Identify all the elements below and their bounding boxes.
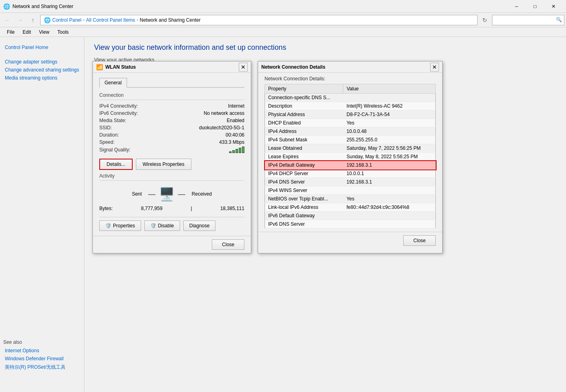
details-value-cell: 10.0.0.1 [343, 169, 436, 178]
duration-label: Duration: [99, 132, 148, 138]
details-property-cell: Description [265, 102, 343, 110]
details-button[interactable]: Details... [99, 159, 133, 170]
arrow-left-icon: — [178, 190, 185, 198]
refresh-button[interactable]: ↻ [479, 14, 490, 26]
details-property-cell: DHCP Enabled [265, 119, 343, 127]
shield-icon-properties: 🛡️ [105, 223, 111, 229]
signal-bars [229, 147, 244, 153]
bytes-label: Bytes: [99, 206, 113, 211]
ssid-label: SSID: [99, 125, 148, 131]
properties-button[interactable]: 🛡️ Properties [99, 220, 141, 231]
sidebar-link-media[interactable]: Media streaming options [3, 74, 81, 82]
sent-text: Sent [132, 191, 142, 197]
details-value-cell [343, 94, 436, 102]
shield-icon-disable: 🛡️ [150, 223, 156, 229]
details-row: IPv6 DNS Server [265, 220, 436, 229]
title-bar: 🌐 Network and Sharing Center – □ ✕ [0, 0, 566, 13]
details-row: IPv4 DNS Server192.168.3.1 [265, 178, 436, 186]
signal-quality-row: Signal Quality: [99, 146, 244, 154]
sidebar-link-advanced[interactable]: Change advanced sharing settings [3, 66, 81, 74]
menu-file[interactable]: File [3, 28, 18, 36]
details-value-cell [343, 212, 436, 220]
details-close-x-button[interactable]: ✕ [430, 63, 439, 71]
page-title: View your basic network information and … [94, 43, 556, 52]
details-property-cell: IPv4 Address [265, 127, 343, 136]
bar-1 [229, 151, 232, 153]
disable-label: Disable [158, 223, 174, 229]
details-value-cell: 192.168.3.1 [343, 178, 436, 186]
sidebar-link-home[interactable]: Control Panel Home [3, 43, 81, 51]
details-property-cell: IPv4 WINS Server [265, 186, 343, 195]
duration-value: 00:40:06 [226, 132, 244, 138]
action-buttons: Details... Wireless Properties [99, 159, 244, 170]
sidebar-link-firewall[interactable]: Windows Defender Firewall [3, 355, 80, 363]
forward-button[interactable]: → [14, 14, 26, 26]
path-segment-1[interactable]: Control Panel [52, 17, 82, 23]
content-area: View your basic network information and … [84, 37, 566, 392]
menu-tools[interactable]: Tools [54, 28, 72, 36]
sidebar-link-adapter[interactable]: Change adapter settings [3, 58, 81, 66]
properties-label: Properties [113, 223, 135, 229]
ipv6-connectivity-label: IPv6 Connectivity: [99, 110, 148, 116]
address-path[interactable]: 🌐 Control Panel › All Control Panel Item… [40, 15, 478, 25]
details-value-cell [343, 186, 436, 195]
up-button[interactable]: ↑ [27, 14, 39, 26]
search-icon: 🔍 [556, 17, 562, 22]
speed-row: Speed: 433.3 Mbps [99, 139, 244, 146]
media-state-label: Media State: [99, 118, 148, 123]
duration-row: Duration: 00:40:06 [99, 131, 244, 139]
details-title-text: Network Connection Details [261, 64, 430, 70]
ipv4-connectivity-value: Internet [228, 103, 244, 109]
details-close-button[interactable]: Close [403, 235, 436, 246]
path-segment-3: Network and Sharing Center [139, 17, 200, 23]
tab-general[interactable]: General [99, 78, 127, 88]
details-row: IPv4 Address10.0.0.48 [265, 127, 436, 136]
search-input[interactable] [492, 15, 564, 25]
details-property-cell: IPv4 DNS Server [265, 178, 343, 186]
bar-5 [242, 147, 244, 153]
diagnose-button[interactable]: Diagnose [183, 220, 216, 231]
details-row: Physical AddressD8-F2-CA-71-3A-54 [265, 110, 436, 119]
speed-value: 433.3 Mbps [219, 139, 244, 145]
see-also-section: See also Internet Options Windows Defend… [3, 339, 80, 372]
received-text: Received [192, 191, 212, 197]
details-property-cell: IPv6 Default Gateway [265, 212, 343, 220]
details-value-cell: fe80::44d7:92d4:c9c:3064%8 [343, 203, 436, 212]
maximize-button[interactable]: □ [526, 0, 544, 13]
app-icon: 🌐 [3, 3, 10, 10]
wlan-close-x-button[interactable]: ✕ [239, 63, 248, 71]
sidebar: Control Panel Home Change adapter settin… [0, 37, 84, 392]
bytes-sent-value: 8,777,959 [141, 206, 162, 211]
wlan-title-icon: 📶 [96, 64, 103, 70]
details-value-cell: 255.255.255.0 [343, 136, 436, 144]
details-property-cell: Lease Expires [265, 153, 343, 161]
wlan-content: General Connection IPv4 Connectivity: In… [93, 73, 251, 236]
close-button[interactable]: ✕ [544, 0, 563, 13]
details-property-cell: IPv4 Default Gateway [265, 161, 343, 169]
details-row: IPv6 Default Gateway [265, 212, 436, 220]
details-property-cell: Link-local IPv6 Address [265, 203, 343, 212]
address-path-icon: 🌐 [44, 17, 51, 23]
wlan-close-button[interactable]: Close [212, 239, 244, 250]
address-bar: ← → ↑ 🌐 Control Panel › All Control Pane… [0, 13, 566, 27]
sidebar-link-internet-options[interactable]: Internet Options [3, 347, 80, 355]
minimize-button[interactable]: – [507, 0, 526, 13]
bar-3 [236, 149, 238, 153]
details-row: IPv4 DHCP Server10.0.0.1 [265, 169, 436, 178]
wireless-properties-button[interactable]: Wireless Properties [136, 159, 191, 170]
back-button[interactable]: ← [2, 14, 13, 26]
disable-button[interactable]: 🛡️ Disable [144, 220, 180, 231]
menu-edit[interactable]: Edit [19, 28, 35, 36]
details-property-cell: IPv4 Subnet Mask [265, 136, 343, 144]
details-value-cell: Sunday, May 8, 2022 5:56:25 PM [343, 153, 436, 161]
menu-view[interactable]: View [35, 28, 53, 36]
details-value-cell: D8-F2-CA-71-3A-54 [343, 110, 436, 119]
details-row: Lease ExpiresSunday, May 8, 2022 5:56:25… [265, 153, 436, 161]
path-segment-2[interactable]: All Control Panel Items [86, 17, 135, 23]
sidebar-link-intel[interactable]: 英特尔(R) PROSet/无线工具 [3, 363, 80, 372]
signal-quality-label: Signal Quality: [99, 147, 148, 153]
details-property-cell: Lease Obtained [265, 144, 343, 153]
see-also-title: See also [3, 339, 80, 345]
details-table-container: Network Connection Details: Property Val… [258, 73, 442, 232]
details-property-cell: IPv6 DNS Server [265, 220, 343, 229]
